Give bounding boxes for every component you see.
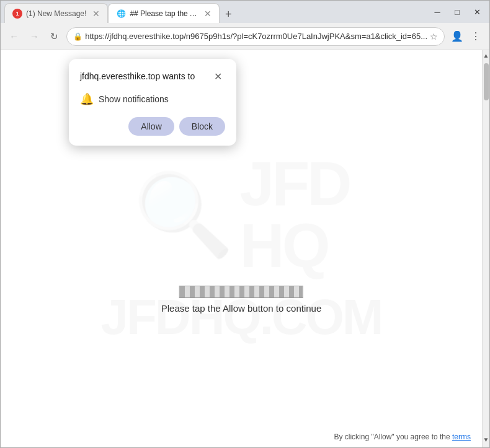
title-bar: 1 (1) New Message! ✕ 🌐 ## Please tap the… bbox=[1, 1, 489, 23]
maximize-button[interactable]: □ bbox=[448, 6, 466, 18]
popup-permission-row: 🔔 Show notifications bbox=[80, 92, 225, 106]
scrollbar-down-arrow[interactable]: ▼ bbox=[483, 434, 489, 445]
scrollbar-up-arrow[interactable]: ▲ bbox=[483, 50, 489, 61]
loading-message: Please tap the Allow button to continue bbox=[161, 303, 322, 314]
tab-new-message[interactable]: 1 (1) New Message! ✕ bbox=[4, 3, 108, 23]
reload-button[interactable]: ↻ bbox=[47, 28, 63, 45]
bottom-text: By clicking "Allow" you agree to the ter… bbox=[334, 433, 471, 441]
bell-icon: 🔔 bbox=[80, 92, 94, 106]
tab2-favicon-icon: 🌐 bbox=[116, 9, 126, 19]
new-tab-button[interactable]: + bbox=[220, 6, 237, 23]
scrollbar-thumb[interactable] bbox=[484, 63, 489, 100]
browser-content: 🔍 JFD HQ JFDHQ.COM jfdhq.everesthike.top… bbox=[1, 50, 489, 447]
allow-button[interactable]: Allow bbox=[128, 117, 174, 136]
close-button[interactable]: ✕ bbox=[468, 6, 486, 18]
tab2-title: ## Please tap the Allow button... bbox=[130, 9, 198, 18]
block-button[interactable]: Block bbox=[179, 117, 225, 136]
url-text: https://jfdhq.everesthike.top/n9675p9h1s… bbox=[85, 32, 427, 41]
tab1-close-btn[interactable]: ✕ bbox=[92, 9, 100, 19]
center-content: Please tap the Allow button to continue bbox=[161, 286, 322, 314]
forward-button[interactable]: → bbox=[26, 28, 43, 45]
menu-button[interactable]: ⋮ bbox=[467, 28, 484, 45]
terms-link[interactable]: terms bbox=[452, 433, 471, 441]
popup-permission-text: Show notifications bbox=[99, 94, 169, 104]
profile-button[interactable]: 👤 bbox=[448, 28, 466, 45]
window-controls: ─ □ ✕ bbox=[429, 6, 486, 18]
watermark-line1: JFD bbox=[240, 152, 350, 214]
loading-bar bbox=[179, 286, 303, 298]
minimize-button[interactable]: ─ bbox=[429, 6, 446, 18]
tab2-close-btn[interactable]: ✕ bbox=[204, 9, 212, 19]
tabs-container: 1 (1) New Message! ✕ 🌐 ## Please tap the… bbox=[4, 1, 237, 23]
permission-popup: jfdhq.everesthike.top wants to ✕ 🔔 Show … bbox=[69, 59, 236, 146]
scrollbar: ▲ ▼ bbox=[482, 50, 489, 447]
tab-allow-button[interactable]: 🌐 ## Please tap the Allow button... ✕ bbox=[108, 3, 220, 23]
lock-icon: 🔒 bbox=[73, 32, 82, 41]
toolbar-icons: 👤 ⋮ bbox=[448, 28, 484, 45]
address-input[interactable]: 🔒 https://jfdhq.everesthike.top/n9675p9h… bbox=[66, 27, 445, 46]
address-bar: ← → ↻ 🔒 https://jfdhq.everesthike.top/n9… bbox=[1, 23, 489, 50]
chrome-window: 1 (1) New Message! ✕ 🌐 ## Please tap the… bbox=[0, 0, 490, 448]
tab1-favicon-icon: 1 bbox=[12, 9, 22, 19]
back-button[interactable]: ← bbox=[6, 28, 22, 45]
tab1-title: (1) New Message! bbox=[26, 9, 86, 18]
watermark-magnifier-icon: 🔍 bbox=[133, 174, 234, 255]
popup-title: jfdhq.everesthike.top wants to bbox=[80, 71, 195, 81]
watermark-line2: HQ bbox=[240, 214, 350, 276]
popup-header: jfdhq.everesthike.top wants to ✕ bbox=[80, 69, 225, 84]
popup-close-button[interactable]: ✕ bbox=[210, 69, 225, 84]
popup-buttons: Allow Block bbox=[80, 117, 225, 136]
page-content: 🔍 JFD HQ JFDHQ.COM jfdhq.everesthike.top… bbox=[1, 50, 482, 447]
bookmark-icon[interactable]: ☆ bbox=[430, 32, 438, 42]
